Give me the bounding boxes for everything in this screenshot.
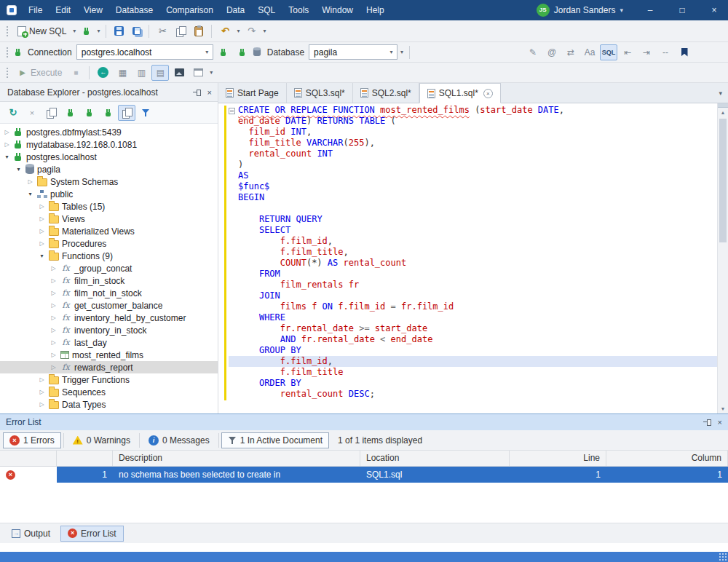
code-line-20[interactable]: WHERE (238, 312, 717, 323)
code-line-21[interactable]: fr.rental_date >= start_date (238, 323, 717, 334)
new-connection-button[interactable] (61, 105, 79, 121)
tree-item-inventory-in-stock[interactable]: ▷fxinventory_in_stock (0, 324, 218, 336)
new-sql-button[interactable]: New SQL (14, 24, 70, 39)
change-case-button[interactable]: Aa (581, 44, 598, 60)
column-number[interactable] (57, 451, 113, 466)
column-location[interactable]: Location (360, 451, 510, 466)
column-line[interactable]: Line (510, 451, 606, 466)
disconnect-button[interactable]: × (23, 105, 41, 121)
collapsed-arrow-icon[interactable]: ▷ (26, 178, 34, 185)
tree-item-rewards-report[interactable]: ▷fxrewards_report (0, 361, 218, 373)
code-line-24[interactable]: f.film_id, (229, 356, 717, 367)
code-line-7[interactable]: AS (238, 170, 717, 181)
collapsed-arrow-icon[interactable]: ▷ (50, 302, 58, 309)
explain-plan-button[interactable]: ▦ (114, 65, 131, 81)
collapsed-arrow-icon[interactable]: ▷ (38, 389, 46, 395)
duplicate-object-button[interactable] (42, 105, 60, 121)
tree-item-data-types[interactable]: ▷Data Types (0, 398, 218, 411)
menu-view[interactable]: View (77, 0, 109, 20)
code-line-6[interactable]: ) (238, 159, 717, 170)
code-line-11[interactable]: RETURN QUERY (238, 214, 717, 225)
error-list-close-icon[interactable]: × (718, 418, 722, 427)
code-line-23[interactable]: GROUP BY (238, 345, 717, 356)
expanded-arrow-icon[interactable]: ▾ (15, 166, 23, 173)
tab-start-page[interactable]: Start Page (218, 83, 287, 103)
results-image-button[interactable] (170, 65, 188, 81)
toolbar-overflow-icon[interactable]: ▾ (208, 69, 214, 76)
tree-item-mydatabase-192-168-0-1081[interactable]: ▷mydatabase.192.168.0.1081 (0, 138, 218, 151)
tree-item-postgres-dbfmylast-5439[interactable]: ▷postgres.dbfmylast:5439 (0, 126, 218, 138)
close-button[interactable]: × (700, 0, 728, 20)
tree-item-group-concat[interactable]: ▷fx_group_concat (0, 262, 218, 274)
code-line-26[interactable]: ORDER BY (238, 378, 717, 389)
user-name[interactable]: Jordan Sanders (554, 5, 616, 15)
code-line-12[interactable]: SELECT (238, 225, 717, 236)
tree-item-film-in-stock[interactable]: ▷fxfilm_in_stock (0, 274, 218, 287)
collapsed-arrow-icon[interactable]: ▷ (50, 339, 58, 346)
tree-item-most-rented-films[interactable]: ▷most_rented_films (0, 349, 218, 361)
menu-help[interactable]: Help (360, 0, 391, 20)
expanded-arrow-icon[interactable]: ▾ (26, 191, 34, 197)
explorer-close-icon[interactable]: × (207, 88, 212, 97)
collapsed-arrow-icon[interactable]: ▷ (38, 228, 46, 234)
results-form-button[interactable] (189, 65, 207, 81)
toolbar-grip[interactable] (6, 25, 9, 37)
code-line-22[interactable]: AND fr.rental_date < end_date (238, 334, 717, 345)
new-sql-dropdown-icon[interactable]: ▾ (71, 28, 77, 34)
sql-editor[interactable]: CREATE OR REPLACE FUNCTION most_rented_f… (218, 103, 728, 413)
tab-sql2-sql[interactable]: SQL2.sql* (353, 83, 419, 103)
intellisense-button[interactable]: @ (543, 44, 561, 60)
error-row[interactable]: ×1no schema has been selected to create … (0, 467, 728, 483)
column-severity[interactable] (0, 451, 57, 466)
redo-dropdown-icon[interactable]: ▾ (261, 28, 267, 34)
save-button[interactable] (111, 24, 127, 38)
code-line-27[interactable]: rental_count DESC; (238, 389, 717, 400)
undo-dropdown-icon[interactable]: ▾ (235, 28, 241, 34)
scrollbar-track[interactable] (718, 117, 728, 404)
collapsed-arrow-icon[interactable]: ▷ (50, 327, 58, 333)
collapsed-arrow-icon[interactable]: ▷ (50, 277, 58, 284)
bottom-tab-error-list[interactable]: ×Error List (60, 526, 124, 542)
connection-select[interactable]: postgres.localhost ▾ (76, 44, 213, 60)
redo-button[interactable]: ↷ (242, 23, 260, 39)
code-line-5[interactable]: rental_count INT (238, 149, 717, 159)
collapsed-arrow-icon[interactable]: ▷ (3, 141, 11, 148)
toolbar-grip[interactable] (6, 67, 9, 79)
menu-sql[interactable]: SQL (251, 0, 282, 20)
tree-item-materialized-views[interactable]: ▷Materialized Views (0, 225, 218, 237)
code-line-15[interactable]: COUNT(*) AS rental_count (238, 258, 717, 269)
collapsed-arrow-icon[interactable]: ▷ (50, 314, 58, 321)
collapsed-arrow-icon[interactable]: ▷ (50, 265, 58, 272)
connection-select-caret-icon[interactable]: ▾ (202, 49, 213, 55)
column-description[interactable]: Description (113, 451, 360, 466)
tree-item-procedures[interactable]: ▷Procedures (0, 237, 218, 250)
filter-objects-button[interactable] (137, 105, 154, 121)
new-query-dropdown-icon[interactable]: ▾ (95, 28, 101, 34)
menu-file[interactable]: File (22, 0, 49, 20)
minimize-button[interactable]: – (636, 0, 664, 20)
explorer-header[interactable]: Database Explorer - postgres.localhost × (0, 83, 218, 102)
cut-button[interactable]: ✂ (154, 23, 171, 39)
menu-database[interactable]: Database (109, 0, 159, 20)
code-line-8[interactable]: $func$ (238, 181, 717, 192)
code-line-3[interactable]: film_id INT, (238, 127, 717, 138)
scope-filter-button[interactable]: 1 In Active Document (221, 432, 329, 448)
scrollbar-thumb[interactable] (719, 119, 727, 242)
expanded-arrow-icon[interactable]: ▾ (3, 154, 11, 160)
toolbar-overflow-icon[interactable]: ▾ (399, 49, 405, 55)
tree-item-get-customer-balance[interactable]: ▷fxget_customer_balance (0, 299, 218, 312)
collapsed-arrow-icon[interactable]: ▷ (38, 240, 46, 247)
code-line-18[interactable]: JOIN (238, 290, 717, 301)
increase-indent-button[interactable]: ⇥ (638, 44, 655, 60)
toggle-bookmark-button[interactable] (676, 44, 693, 60)
new-connection-button[interactable] (215, 44, 232, 60)
code-line-16[interactable]: FROM (238, 269, 717, 280)
collapsed-arrow-icon[interactable]: ▷ (50, 290, 58, 296)
code-line-4[interactable]: film_title VARCHAR(255), (238, 138, 717, 149)
filter-errors-button[interactable]: × 1 Errors (3, 432, 61, 448)
pin-icon[interactable] (193, 88, 202, 97)
user-avatar[interactable]: JS (537, 4, 550, 17)
tree-item-tables-15[interactable]: ▷Tables (15) (0, 200, 218, 213)
new-query-button[interactable] (79, 25, 94, 38)
disconnect-connection-button[interactable] (99, 105, 116, 121)
